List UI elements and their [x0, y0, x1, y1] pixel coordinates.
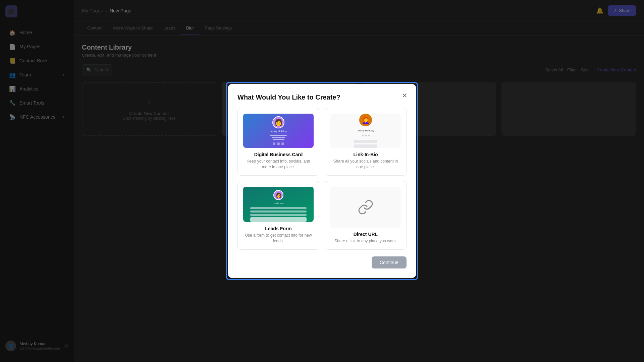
- card-lib-desc: Share all your socials and content in on…: [330, 159, 401, 170]
- modal-title: What Would You Like to Create?: [237, 94, 407, 101]
- card-link-in-bio[interactable]: 👩‍🦰 Jenny Holiday Link-In-Bio: [325, 108, 407, 176]
- card-dbc-name: Digital Business Card: [254, 152, 303, 157]
- dialog-wrapper: What Would You Like to Create? ✕ 👩 Jenny…: [226, 82, 418, 280]
- card-du-desc: Share a link to any place you want.: [334, 238, 397, 244]
- lib-avatar: 👩‍🦰: [359, 114, 372, 126]
- card-dbc-desc: Keep your contact info, socials, and mor…: [243, 159, 314, 170]
- card-dbc-preview: 👩 Jenny Holiday: [243, 114, 314, 148]
- modal-close-button[interactable]: ✕: [400, 91, 409, 100]
- dbc-avatar: 👩: [272, 116, 284, 128]
- card-direct-url[interactable]: Direct URL Share a link to any place you…: [325, 181, 407, 250]
- modal-dialog: What Would You Like to Create? ✕ 👩 Jenny…: [228, 84, 416, 278]
- card-lib-preview: 👩‍🦰 Jenny Holiday: [330, 114, 401, 148]
- link-icon: [358, 199, 374, 215]
- continue-button[interactable]: Continue: [372, 256, 407, 268]
- lf-avatar: 👩: [273, 190, 283, 200]
- card-lf-name: Leads Form: [265, 226, 291, 231]
- card-digital-business-card[interactable]: 👩 Jenny Holiday Digital: [237, 108, 319, 176]
- modal-overlay: What Would You Like to Create? ✕ 👩 Jenny…: [0, 0, 644, 362]
- modal-cards-grid: 👩 Jenny Holiday Digital: [237, 108, 407, 249]
- card-lf-preview: 👩 Leads form: [243, 187, 314, 222]
- modal-footer: Continue: [237, 256, 407, 268]
- card-lf-desc: Use a form to get contact info for new l…: [243, 233, 314, 244]
- card-du-name: Direct URL: [354, 232, 378, 237]
- card-lib-name: Link-In-Bio: [353, 152, 378, 157]
- card-du-preview: [330, 187, 401, 228]
- card-leads-form[interactable]: 👩 Leads form Leads Form Use a form to ge…: [237, 181, 319, 250]
